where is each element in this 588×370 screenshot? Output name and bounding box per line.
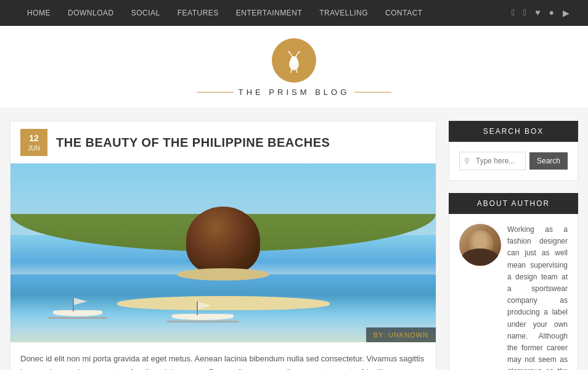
logo-circle <box>272 38 316 83</box>
search-box: SEARCH BOX ⚲ Search <box>449 121 578 181</box>
pinterest-icon[interactable]: ● <box>549 8 554 18</box>
page-wrap: 12 Jun THE BEAUTY OF THE PHILIPPINE BEAC… <box>0 109 588 370</box>
nav-social[interactable]: SOCIAL <box>123 0 169 26</box>
byline-author: UNKNOWN <box>388 331 428 339</box>
site-header: THE PRISM BLOG <box>0 26 588 109</box>
boat-2 <box>172 314 234 326</box>
main-content: 12 Jun THE BEAUTY OF THE PHILIPPINE BEAC… <box>10 121 436 370</box>
navbar: HOME DOWNLOAD SOCIAL FEATURES ENTERTAINM… <box>0 0 588 26</box>
svg-line-7 <box>296 69 297 73</box>
nav-social-icons:   ♥ ● ▶ <box>512 8 570 18</box>
search-box-body: ⚲ Search <box>449 142 578 181</box>
date-badge: 12 Jun <box>20 129 47 156</box>
about-author-header: ABOUT AUTHOR <box>449 193 578 214</box>
author-text: Working as a fashion designer can just a… <box>507 224 568 370</box>
search-icon: ⚲ <box>464 157 470 166</box>
nav-links: HOME DOWNLOAD SOCIAL FEATURES ENTERTAINM… <box>18 0 431 26</box>
svg-line-3 <box>296 51 299 57</box>
instagram-icon[interactable]: ♥ <box>535 8 540 18</box>
sand-bar <box>117 296 330 310</box>
article-header: 12 Jun THE BEAUTY OF THE PHILIPPINE BEAC… <box>10 121 436 163</box>
author-section: Working as a fashion designer can just a… <box>459 224 568 370</box>
nav-download[interactable]: DOWNLOAD <box>59 0 123 26</box>
outrigger-2 <box>167 321 239 323</box>
logo-icon <box>282 48 306 73</box>
sidebar: SEARCH BOX ⚲ Search ABOUT AUTHOR Working… <box>449 121 578 370</box>
nav-features[interactable]: FEATURES <box>169 0 227 26</box>
outrigger-1 <box>48 317 107 319</box>
about-author-body: Working as a fashion designer can just a… <box>449 214 578 370</box>
island-rock <box>186 207 260 274</box>
island <box>186 207 260 274</box>
date-day: 12 <box>27 133 41 144</box>
boat-1 <box>53 310 102 321</box>
youtube-icon[interactable]: ▶ <box>563 8 570 18</box>
date-month: Jun <box>28 145 39 152</box>
search-button[interactable]: Search <box>529 152 568 170</box>
byline-label: BY: <box>374 331 386 339</box>
article-card: 12 Jun THE BEAUTY OF THE PHILIPPINE BEAC… <box>10 121 436 370</box>
article-image-wrap: BY: UNKNOWN <box>10 163 436 342</box>
boat-body-2 <box>172 314 234 320</box>
search-input-wrap: ⚲ <box>459 152 526 170</box>
article-title[interactable]: THE BEAUTY OF THE PHILIPPINE BEACHES <box>56 136 330 150</box>
nav-home[interactable]: HOME <box>18 0 59 26</box>
article-excerpt: Donec id elit non mi porta gravida at eg… <box>10 342 436 370</box>
svg-point-1 <box>290 56 298 65</box>
nav-entertainment[interactable]: ENTERTAINMENT <box>227 0 311 26</box>
svg-line-5 <box>299 51 300 53</box>
twitter-icon[interactable]:  <box>523 8 526 18</box>
site-title: THE PRISM BLOG <box>0 88 588 97</box>
article-image <box>10 163 436 342</box>
svg-line-6 <box>291 69 292 73</box>
search-box-header: SEARCH BOX <box>449 121 578 142</box>
about-author-box: ABOUT AUTHOR Working as a fashion design… <box>449 193 578 370</box>
nav-contact[interactable]: CONTACT <box>377 0 431 26</box>
author-avatar <box>459 224 501 266</box>
svg-line-4 <box>288 51 289 53</box>
search-form: ⚲ Search <box>459 152 568 170</box>
boat-body-1 <box>53 310 102 316</box>
facebook-icon[interactable]:  <box>512 8 515 18</box>
byline: BY: UNKNOWN <box>366 327 436 342</box>
svg-line-2 <box>289 51 292 57</box>
nav-travelling[interactable]: TRAVELLING <box>311 0 377 26</box>
